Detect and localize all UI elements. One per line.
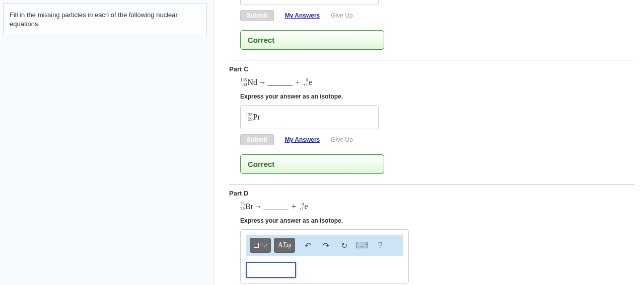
- correct-label: Correct: [248, 160, 274, 168]
- atomic-number: +1: [299, 207, 304, 211]
- atomic-number: 35: [240, 207, 245, 211]
- instructions-panel: Fill in the missing particles in each of…: [3, 3, 207, 36]
- part-c: Part C 135 60 Nd → + 0: [229, 65, 635, 184]
- answer-format-instruction: Express your answer as an isotope.: [240, 93, 635, 100]
- part-title: Part C: [229, 65, 635, 73]
- redo-icon[interactable]: ↷: [320, 240, 331, 251]
- element-symbol: Pr: [253, 113, 260, 122]
- divider: [229, 184, 635, 184]
- give-up-link[interactable]: Give Up: [331, 12, 352, 19]
- blank-slot: [263, 205, 289, 210]
- part-b-tail: Submit My Answers Give Up Correct: [229, 0, 635, 60]
- template-button[interactable]: ⇌: [250, 238, 271, 253]
- keyboard-icon[interactable]: ⌨: [356, 240, 368, 251]
- divider: [229, 60, 635, 60]
- answer-box-partial[interactable]: [240, 0, 379, 5]
- atomic-number: 60: [240, 82, 247, 87]
- element-symbol: Nd: [248, 78, 258, 87]
- correct-label: Correct: [248, 36, 274, 44]
- part-d: Part D 75 35 Br → + 0: [229, 189, 635, 283]
- element-symbol: e: [309, 78, 312, 87]
- editor-toolbar: ⇌ ΑΣφ ↶ ↷ ↻ ⌨ ?: [246, 235, 403, 256]
- my-answers-link[interactable]: My Answers: [285, 12, 320, 19]
- my-answers-link[interactable]: My Answers: [285, 136, 320, 143]
- answer-display[interactable]: 135 59 Pr: [240, 105, 379, 129]
- equation-c: 135 60 Nd → + 0 +1 e: [240, 78, 635, 87]
- part-title: Part D: [229, 189, 635, 197]
- submit-button[interactable]: Submit: [240, 10, 274, 21]
- equation-d: 75 35 Br → + 0 +1 e: [240, 202, 635, 211]
- atomic-number: 59: [246, 117, 253, 122]
- arrow-icon: →: [254, 202, 262, 211]
- isotope-template-icon: ⇌: [254, 243, 267, 248]
- instructions-text: Fill in the missing particles in each of…: [10, 11, 178, 28]
- undo-icon[interactable]: ↶: [302, 240, 313, 251]
- plus-sign: +: [296, 78, 300, 87]
- blank-slot: [267, 81, 293, 86]
- give-up-link[interactable]: Give Up: [331, 136, 352, 143]
- element-symbol: e: [305, 202, 308, 211]
- status-badge: Correct: [240, 30, 384, 50]
- status-badge: Correct: [240, 154, 384, 174]
- help-icon[interactable]: ?: [375, 240, 386, 251]
- plus-sign: +: [292, 202, 296, 211]
- answer-format-instruction: Express your answer as an isotope.: [240, 217, 635, 224]
- reset-icon[interactable]: ↻: [338, 240, 349, 251]
- submit-button[interactable]: Submit: [240, 134, 274, 145]
- atomic-number: +1: [303, 82, 308, 87]
- element-symbol: Br: [245, 202, 253, 211]
- arrow-icon: →: [258, 78, 266, 87]
- greek-symbols-button[interactable]: ΑΣφ: [274, 238, 295, 253]
- answer-input[interactable]: [246, 262, 296, 278]
- equation-editor: ⇌ ΑΣφ ↶ ↷ ↻ ⌨ ?: [240, 229, 409, 283]
